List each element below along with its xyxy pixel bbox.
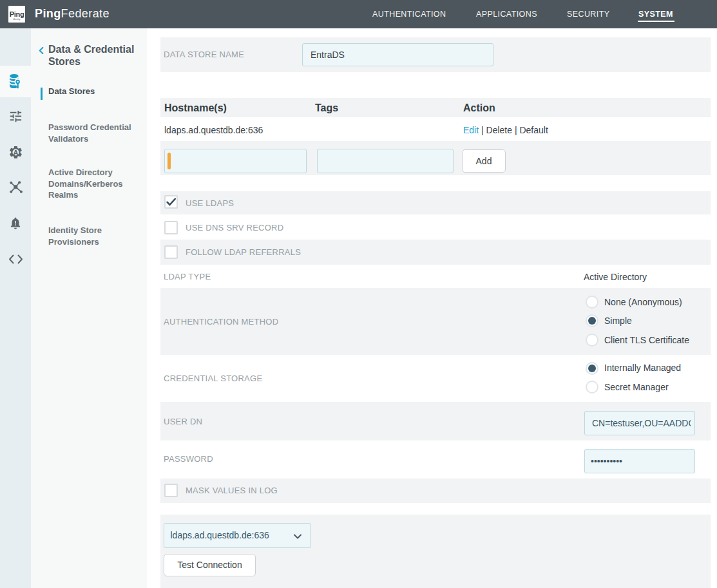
svg-text:A: A	[13, 149, 18, 156]
